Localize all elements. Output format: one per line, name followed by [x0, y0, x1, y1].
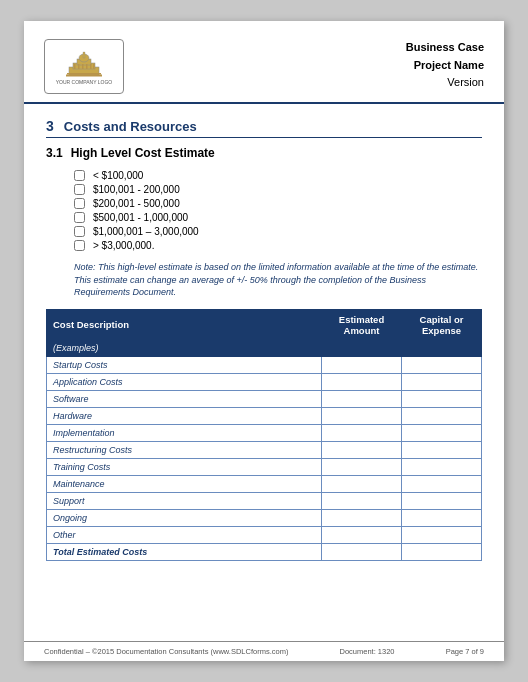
cost-description-cell: Total Estimated Costs	[47, 543, 322, 560]
table-row: Hardware	[47, 407, 482, 424]
checkbox-item[interactable]: $200,001 - 500,000	[74, 198, 482, 209]
col-header-description: Cost Description	[47, 309, 322, 340]
svg-rect-11	[67, 73, 101, 75]
capital-expense-cell	[402, 492, 482, 509]
examples-col3	[402, 340, 482, 356]
examples-col2	[322, 340, 402, 356]
estimated-amount-cell	[322, 407, 402, 424]
checkbox-100-200k[interactable]	[74, 184, 85, 195]
page-footer: Confidential – ©2015 Documentation Consu…	[24, 641, 504, 661]
checkbox-gt3m[interactable]	[74, 240, 85, 251]
svg-rect-12	[66, 74, 102, 76]
svg-rect-5	[74, 64, 76, 69]
table-row: Support	[47, 492, 482, 509]
cost-description-cell: Support	[47, 492, 322, 509]
footer-left: Confidential – ©2015 Documentation Consu…	[44, 647, 288, 656]
cost-description-cell: Application Costs	[47, 373, 322, 390]
title-line2: Project Name	[406, 57, 484, 75]
page-content: 3 Costs and Resources 3.1 High Level Cos…	[24, 104, 504, 641]
estimated-amount-cell	[322, 509, 402, 526]
table-row: Application Costs	[47, 373, 482, 390]
capital-expense-cell	[402, 509, 482, 526]
table-row: Restructuring Costs	[47, 441, 482, 458]
capital-expense-cell	[402, 441, 482, 458]
estimated-amount-cell	[322, 526, 402, 543]
capital-expense-cell	[402, 526, 482, 543]
cost-description-cell: Restructuring Costs	[47, 441, 322, 458]
cost-description-cell: Maintenance	[47, 475, 322, 492]
svg-rect-4	[83, 52, 85, 58]
capital-expense-cell	[402, 390, 482, 407]
cost-table: Cost Description Estimated Amount Capita…	[46, 309, 482, 561]
svg-rect-10	[93, 64, 95, 69]
checkbox-item[interactable]: $500,001 - 1,000,000	[74, 212, 482, 223]
section-number: 3	[46, 118, 54, 134]
logo-text: YOUR COMPANY LOGO	[56, 79, 113, 85]
subsection-title: High Level Cost Estimate	[71, 146, 215, 160]
table-row: Maintenance	[47, 475, 482, 492]
capital-expense-cell	[402, 543, 482, 560]
cost-description-cell: Training Costs	[47, 458, 322, 475]
table-row: Total Estimated Costs	[47, 543, 482, 560]
cost-description-cell: Other	[47, 526, 322, 543]
examples-label: (Examples)	[47, 340, 322, 356]
capital-expense-cell	[402, 458, 482, 475]
footer-right: Page 7 of 9	[446, 647, 484, 656]
estimated-amount-cell	[322, 373, 402, 390]
cost-checkboxes: < $100,000 $100,001 - 200,000 $200,001 -…	[74, 170, 482, 251]
subsection-header: 3.1 High Level Cost Estimate	[46, 146, 482, 160]
svg-rect-7	[82, 64, 84, 69]
cost-description-cell: Implementation	[47, 424, 322, 441]
estimated-amount-cell	[322, 458, 402, 475]
capital-expense-cell	[402, 407, 482, 424]
checkbox-item[interactable]: $100,001 - 200,000	[74, 184, 482, 195]
capital-expense-cell	[402, 475, 482, 492]
svg-rect-6	[78, 64, 80, 69]
col-header-estimated-amount: Estimated Amount	[322, 309, 402, 340]
table-row: Startup Costs	[47, 356, 482, 373]
estimated-amount-cell	[322, 441, 402, 458]
cost-description-cell: Software	[47, 390, 322, 407]
table-row: Ongoing	[47, 509, 482, 526]
estimated-amount-cell	[322, 475, 402, 492]
checkbox-lt100k[interactable]	[74, 170, 85, 181]
table-row: Implementation	[47, 424, 482, 441]
estimated-amount-cell	[322, 424, 402, 441]
title-line1: Business Case	[406, 39, 484, 57]
cost-description-cell: Hardware	[47, 407, 322, 424]
checkbox-item[interactable]: > $3,000,000.	[74, 240, 482, 251]
estimated-amount-cell	[322, 543, 402, 560]
capital-expense-cell	[402, 424, 482, 441]
checkbox-item[interactable]: $1,000,001 – 3,000,000	[74, 226, 482, 237]
header-title: Business Case Project Name Version	[406, 39, 484, 92]
page-header: YOUR COMPANY LOGO Business Case Project …	[24, 21, 504, 104]
svg-rect-9	[90, 64, 92, 69]
svg-rect-8	[86, 64, 88, 69]
section-title: Costs and Resources	[64, 119, 197, 134]
note-text: Note: This high-level estimate is based …	[74, 261, 482, 299]
table-row: Software	[47, 390, 482, 407]
checkbox-item[interactable]: < $100,000	[74, 170, 482, 181]
subsection-number: 3.1	[46, 146, 63, 160]
table-row: Other	[47, 526, 482, 543]
estimated-amount-cell	[322, 492, 402, 509]
capital-expense-cell	[402, 356, 482, 373]
cost-description-cell: Ongoing	[47, 509, 322, 526]
page: YOUR COMPANY LOGO Business Case Project …	[24, 21, 504, 661]
title-line3: Version	[406, 74, 484, 92]
company-logo: YOUR COMPANY LOGO	[44, 39, 124, 94]
checkbox-200-500k[interactable]	[74, 198, 85, 209]
cost-description-cell: Startup Costs	[47, 356, 322, 373]
checkbox-1-3m[interactable]	[74, 226, 85, 237]
capital-expense-cell	[402, 373, 482, 390]
col-header-capital-expense: Capital or Expense	[402, 309, 482, 340]
table-row: Training Costs	[47, 458, 482, 475]
estimated-amount-cell	[322, 390, 402, 407]
footer-middle: Document: 1320	[339, 647, 394, 656]
checkbox-500-1m[interactable]	[74, 212, 85, 223]
section-header: 3 Costs and Resources	[46, 118, 482, 138]
estimated-amount-cell	[322, 356, 402, 373]
